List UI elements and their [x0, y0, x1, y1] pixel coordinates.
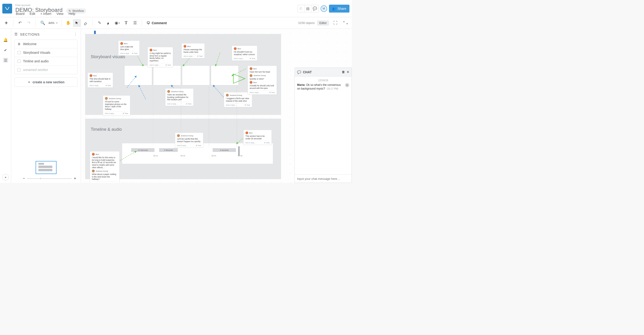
pan-tool[interactable]: ✋: [64, 19, 72, 27]
select-tool[interactable]: [73, 19, 81, 27]
comment-note[interactable]: Ben Let's make the door glow Add a reply…: [118, 40, 140, 56]
section-item-timeline[interactable]: Timline and audio: [15, 57, 77, 66]
redo-button[interactable]: ↷: [25, 19, 33, 27]
notifications-icon[interactable]: 🔔: [3, 37, 8, 42]
eraser-tool[interactable]: [82, 19, 90, 27]
section-item-unnamed[interactable]: unnamed section: [15, 66, 77, 74]
undo-button[interactable]: ↶: [16, 19, 24, 27]
frame-4[interactable]: [211, 65, 239, 86]
object-count: 32/50 objects: [298, 22, 314, 25]
storyboard-frames: [124, 65, 239, 86]
add-tool[interactable]: +: [2, 19, 10, 27]
minimap[interactable]: [36, 161, 56, 174]
frame-3[interactable]: [182, 65, 210, 86]
compass-icon[interactable]: ⌖: [2, 174, 9, 180]
menu-insert[interactable]: + Insert: [40, 12, 51, 16]
share-icon: 👥: [332, 7, 336, 10]
chat-input[interactable]: [297, 177, 349, 180]
list-icon: ☰: [14, 32, 18, 36]
comment-note[interactable]: Ben This shot should fade in with transi…: [88, 72, 113, 88]
comment-icon: 🗨: [146, 21, 150, 25]
checkbox-icon: [18, 51, 21, 54]
zoom-level[interactable]: 44%: [48, 21, 54, 25]
chat-body: 12/16/18 Maria: Ok so what's the consens…: [295, 76, 352, 174]
header-bar: Free account DEMO: Storyboard ↻ Workflow…: [0, 0, 352, 17]
app-logo[interactable]: [2, 4, 12, 14]
timeline-playhead[interactable]: [238, 146, 240, 156]
comment-note[interactable]: Jessica Corey Have we received the booki…: [165, 88, 194, 106]
user-avatar[interactable]: M: [320, 5, 327, 12]
comment-note[interactable]: Ben Please rearrange the frame order her…: [182, 43, 205, 58]
section-title: Timeline & audio: [91, 127, 122, 132]
comment-note[interactable]: Ben A ring might be useful to show he's …: [148, 47, 173, 67]
chat-msg-avatar: M: [345, 83, 349, 87]
sections-header: ☰ SECTIONS ⋮: [14, 32, 78, 36]
comment-note[interactable]: Ben He shouldn't look too sceptical, rat…: [232, 46, 257, 61]
sections-sidebar: ☰ SECTIONS ⋮ 🗎 Welcome Storyboard Visual…: [11, 29, 81, 183]
chat-icon[interactable]: 💬: [312, 5, 318, 12]
comment-button[interactable]: 🗨 Comment: [145, 21, 169, 25]
comment-note[interactable]: Jessica Corey Let's be careful that this…: [175, 132, 203, 148]
toolbar: + ↶ ↷ 🔍 44% ▾ ✋ ✎ ◉▾ T ☰ 🗨 Comment 32/50…: [0, 17, 352, 29]
section-item-welcome[interactable]: 🗎 Welcome: [15, 40, 77, 48]
sidebar-zoom-slider[interactable]: − +: [23, 176, 76, 180]
marker-tool[interactable]: [104, 19, 112, 27]
account-tier-label: Free account: [15, 4, 86, 7]
chat-close-icon[interactable]: ✕: [347, 70, 349, 74]
chat-message: Maria: Ok so what's the consensus on bac…: [297, 83, 349, 90]
plus-icon: ＋: [28, 80, 31, 84]
comment-thread[interactable]: Ben Have him turn his head Jessica Corey…: [248, 66, 277, 95]
pen-tool[interactable]: ✎: [96, 19, 104, 27]
svg-line-3: [216, 52, 220, 66]
comment-thread[interactable]: Ben I would like for this entry to be lo…: [90, 151, 120, 183]
sections-icon[interactable]: ☰: [3, 58, 8, 63]
shape-tool[interactable]: ◉▾: [113, 19, 121, 27]
comment-note[interactable]: Ben This section has to be under 30 seco…: [243, 130, 272, 145]
chat-panel: 💬 CHAT 🗑 ✕ 12/16/18 Maria: Ok so what's …: [294, 68, 352, 183]
checkbox-icon: [18, 60, 21, 63]
frame-1[interactable]: [124, 65, 152, 86]
svg-line-6: [139, 85, 146, 99]
section-item-storyboard[interactable]: Storyboard Visuals: [15, 48, 77, 57]
editor-mode-pill[interactable]: Editor: [317, 20, 329, 26]
present-icon[interactable]: ▤: [304, 5, 312, 12]
page-icon: 🗎: [18, 42, 21, 46]
left-rail: 🔔 ✔ ☰: [0, 29, 11, 183]
menu-help[interactable]: Help: [69, 12, 76, 16]
zoom-dropdown-icon[interactable]: ▾: [56, 22, 58, 24]
header-icon-cluster: ✆ ▤ 💬: [297, 5, 319, 12]
zoom-icon[interactable]: 🔍: [38, 19, 46, 27]
chat-input-wrap: [295, 174, 352, 182]
header-actions: ✆ ▤ 💬 M 👥 Share: [297, 0, 350, 17]
chat-bubble-icon: 💬: [297, 70, 301, 74]
fullscreen-icon[interactable]: ⛶: [331, 19, 339, 27]
create-section-button[interactable]: ＋ create a new section: [14, 78, 78, 87]
sections-more-icon[interactable]: ⋮: [74, 32, 78, 36]
sections-list: 🗎 Welcome Storyboard Visuals Timline and…: [14, 40, 78, 74]
share-button[interactable]: 👥 Share: [329, 5, 350, 12]
text-tool[interactable]: T: [122, 19, 130, 27]
toolbar-right: 32/50 objects Editor ⛶ ⌃⌄: [298, 19, 350, 27]
collapse-icon[interactable]: ⌃⌄: [342, 19, 350, 27]
checkbox-icon: [18, 68, 21, 72]
phone-icon[interactable]: ✆: [298, 5, 304, 12]
zoom-in-icon[interactable]: +: [74, 176, 76, 180]
rail-bottom: ⌖: [0, 174, 11, 180]
chat-header: 💬 CHAT 🗑 ✕: [295, 68, 352, 76]
chat-date: 12/16/18: [297, 79, 349, 82]
zoom-out-icon[interactable]: −: [23, 176, 25, 180]
main-menu: Board Edit + Insert View Help: [16, 12, 75, 16]
menu-view[interactable]: View: [56, 12, 64, 16]
menu-board[interactable]: Board: [16, 12, 24, 16]
frame-2[interactable]: [153, 65, 181, 86]
note-tool[interactable]: ☰: [131, 19, 139, 27]
menu-edit[interactable]: Edit: [30, 12, 35, 16]
chat-delete-icon[interactable]: 🗑: [342, 70, 345, 74]
tasks-icon[interactable]: ✔: [3, 48, 8, 52]
comment-note[interactable]: Jessica Corey I'll look for some inspira…: [103, 96, 130, 116]
